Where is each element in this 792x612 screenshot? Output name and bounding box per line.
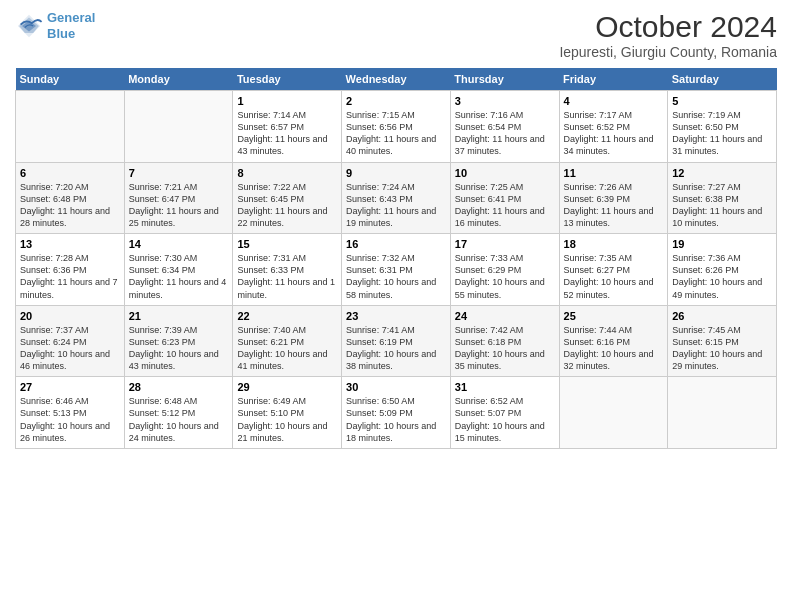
page: General Blue October 2024 Iepuresti, Giu… bbox=[0, 0, 792, 612]
day-info: Sunrise: 6:52 AMSunset: 5:07 PMDaylight:… bbox=[455, 395, 555, 444]
day-info: Sunrise: 7:15 AMSunset: 6:56 PMDaylight:… bbox=[346, 109, 446, 158]
week-row-1: 1Sunrise: 7:14 AMSunset: 6:57 PMDaylight… bbox=[16, 91, 777, 163]
day-number: 17 bbox=[455, 238, 555, 250]
calendar-cell: 8Sunrise: 7:22 AMSunset: 6:45 PMDaylight… bbox=[233, 162, 342, 234]
logo-icon bbox=[15, 12, 43, 40]
day-number: 29 bbox=[237, 381, 337, 393]
calendar-cell bbox=[124, 91, 233, 163]
calendar-cell: 20Sunrise: 7:37 AMSunset: 6:24 PMDayligh… bbox=[16, 305, 125, 377]
calendar-table: SundayMondayTuesdayWednesdayThursdayFrid… bbox=[15, 68, 777, 449]
day-info: Sunrise: 7:40 AMSunset: 6:21 PMDaylight:… bbox=[237, 324, 337, 373]
day-info: Sunrise: 6:46 AMSunset: 5:13 PMDaylight:… bbox=[20, 395, 120, 444]
day-number: 23 bbox=[346, 310, 446, 322]
day-info: Sunrise: 7:17 AMSunset: 6:52 PMDaylight:… bbox=[564, 109, 664, 158]
day-number: 21 bbox=[129, 310, 229, 322]
subtitle: Iepuresti, Giurgiu County, Romania bbox=[559, 44, 777, 60]
day-number: 8 bbox=[237, 167, 337, 179]
day-number: 3 bbox=[455, 95, 555, 107]
calendar-cell: 3Sunrise: 7:16 AMSunset: 6:54 PMDaylight… bbox=[450, 91, 559, 163]
calendar-cell: 14Sunrise: 7:30 AMSunset: 6:34 PMDayligh… bbox=[124, 234, 233, 306]
day-info: Sunrise: 7:24 AMSunset: 6:43 PMDaylight:… bbox=[346, 181, 446, 230]
calendar-cell: 16Sunrise: 7:32 AMSunset: 6:31 PMDayligh… bbox=[342, 234, 451, 306]
calendar-cell: 22Sunrise: 7:40 AMSunset: 6:21 PMDayligh… bbox=[233, 305, 342, 377]
calendar-cell: 18Sunrise: 7:35 AMSunset: 6:27 PMDayligh… bbox=[559, 234, 668, 306]
calendar-cell: 2Sunrise: 7:15 AMSunset: 6:56 PMDaylight… bbox=[342, 91, 451, 163]
day-number: 10 bbox=[455, 167, 555, 179]
calendar-cell: 28Sunrise: 6:48 AMSunset: 5:12 PMDayligh… bbox=[124, 377, 233, 449]
logo-text: General Blue bbox=[47, 10, 95, 41]
week-row-3: 13Sunrise: 7:28 AMSunset: 6:36 PMDayligh… bbox=[16, 234, 777, 306]
calendar-cell: 5Sunrise: 7:19 AMSunset: 6:50 PMDaylight… bbox=[668, 91, 777, 163]
day-info: Sunrise: 7:33 AMSunset: 6:29 PMDaylight:… bbox=[455, 252, 555, 301]
calendar-cell: 11Sunrise: 7:26 AMSunset: 6:39 PMDayligh… bbox=[559, 162, 668, 234]
calendar-cell: 10Sunrise: 7:25 AMSunset: 6:41 PMDayligh… bbox=[450, 162, 559, 234]
calendar-cell: 30Sunrise: 6:50 AMSunset: 5:09 PMDayligh… bbox=[342, 377, 451, 449]
day-number: 2 bbox=[346, 95, 446, 107]
header-row: SundayMondayTuesdayWednesdayThursdayFrid… bbox=[16, 68, 777, 91]
day-number: 27 bbox=[20, 381, 120, 393]
day-number: 26 bbox=[672, 310, 772, 322]
calendar-cell: 25Sunrise: 7:44 AMSunset: 6:16 PMDayligh… bbox=[559, 305, 668, 377]
day-number: 5 bbox=[672, 95, 772, 107]
calendar-cell bbox=[668, 377, 777, 449]
day-number: 16 bbox=[346, 238, 446, 250]
day-info: Sunrise: 7:42 AMSunset: 6:18 PMDaylight:… bbox=[455, 324, 555, 373]
calendar-cell: 1Sunrise: 7:14 AMSunset: 6:57 PMDaylight… bbox=[233, 91, 342, 163]
day-number: 24 bbox=[455, 310, 555, 322]
day-info: Sunrise: 7:19 AMSunset: 6:50 PMDaylight:… bbox=[672, 109, 772, 158]
day-info: Sunrise: 7:26 AMSunset: 6:39 PMDaylight:… bbox=[564, 181, 664, 230]
day-info: Sunrise: 7:21 AMSunset: 6:47 PMDaylight:… bbox=[129, 181, 229, 230]
logo-line1: General bbox=[47, 10, 95, 25]
day-info: Sunrise: 7:14 AMSunset: 6:57 PMDaylight:… bbox=[237, 109, 337, 158]
day-number: 12 bbox=[672, 167, 772, 179]
day-number: 15 bbox=[237, 238, 337, 250]
week-row-5: 27Sunrise: 6:46 AMSunset: 5:13 PMDayligh… bbox=[16, 377, 777, 449]
calendar-cell: 12Sunrise: 7:27 AMSunset: 6:38 PMDayligh… bbox=[668, 162, 777, 234]
day-info: Sunrise: 7:31 AMSunset: 6:33 PMDaylight:… bbox=[237, 252, 337, 301]
day-info: Sunrise: 7:35 AMSunset: 6:27 PMDaylight:… bbox=[564, 252, 664, 301]
day-info: Sunrise: 7:28 AMSunset: 6:36 PMDaylight:… bbox=[20, 252, 120, 301]
day-number: 7 bbox=[129, 167, 229, 179]
day-info: Sunrise: 7:36 AMSunset: 6:26 PMDaylight:… bbox=[672, 252, 772, 301]
day-info: Sunrise: 6:50 AMSunset: 5:09 PMDaylight:… bbox=[346, 395, 446, 444]
calendar-cell: 27Sunrise: 6:46 AMSunset: 5:13 PMDayligh… bbox=[16, 377, 125, 449]
day-info: Sunrise: 7:45 AMSunset: 6:15 PMDaylight:… bbox=[672, 324, 772, 373]
calendar-cell: 13Sunrise: 7:28 AMSunset: 6:36 PMDayligh… bbox=[16, 234, 125, 306]
day-number: 1 bbox=[237, 95, 337, 107]
logo: General Blue bbox=[15, 10, 95, 41]
calendar-cell: 29Sunrise: 6:49 AMSunset: 5:10 PMDayligh… bbox=[233, 377, 342, 449]
day-number: 30 bbox=[346, 381, 446, 393]
week-row-2: 6Sunrise: 7:20 AMSunset: 6:48 PMDaylight… bbox=[16, 162, 777, 234]
calendar-cell: 17Sunrise: 7:33 AMSunset: 6:29 PMDayligh… bbox=[450, 234, 559, 306]
day-info: Sunrise: 6:49 AMSunset: 5:10 PMDaylight:… bbox=[237, 395, 337, 444]
week-row-4: 20Sunrise: 7:37 AMSunset: 6:24 PMDayligh… bbox=[16, 305, 777, 377]
title-section: October 2024 Iepuresti, Giurgiu County, … bbox=[559, 10, 777, 60]
calendar-cell bbox=[559, 377, 668, 449]
calendar-cell: 24Sunrise: 7:42 AMSunset: 6:18 PMDayligh… bbox=[450, 305, 559, 377]
col-header-friday: Friday bbox=[559, 68, 668, 91]
day-info: Sunrise: 7:27 AMSunset: 6:38 PMDaylight:… bbox=[672, 181, 772, 230]
day-number: 13 bbox=[20, 238, 120, 250]
col-header-wednesday: Wednesday bbox=[342, 68, 451, 91]
day-number: 9 bbox=[346, 167, 446, 179]
calendar-cell: 6Sunrise: 7:20 AMSunset: 6:48 PMDaylight… bbox=[16, 162, 125, 234]
calendar-cell: 31Sunrise: 6:52 AMSunset: 5:07 PMDayligh… bbox=[450, 377, 559, 449]
col-header-monday: Monday bbox=[124, 68, 233, 91]
col-header-saturday: Saturday bbox=[668, 68, 777, 91]
day-info: Sunrise: 7:20 AMSunset: 6:48 PMDaylight:… bbox=[20, 181, 120, 230]
calendar-cell: 23Sunrise: 7:41 AMSunset: 6:19 PMDayligh… bbox=[342, 305, 451, 377]
calendar-cell: 7Sunrise: 7:21 AMSunset: 6:47 PMDaylight… bbox=[124, 162, 233, 234]
col-header-tuesday: Tuesday bbox=[233, 68, 342, 91]
calendar-cell: 4Sunrise: 7:17 AMSunset: 6:52 PMDaylight… bbox=[559, 91, 668, 163]
day-info: Sunrise: 6:48 AMSunset: 5:12 PMDaylight:… bbox=[129, 395, 229, 444]
day-number: 6 bbox=[20, 167, 120, 179]
day-number: 25 bbox=[564, 310, 664, 322]
col-header-thursday: Thursday bbox=[450, 68, 559, 91]
calendar-cell: 15Sunrise: 7:31 AMSunset: 6:33 PMDayligh… bbox=[233, 234, 342, 306]
logo-line2: Blue bbox=[47, 26, 75, 41]
day-info: Sunrise: 7:32 AMSunset: 6:31 PMDaylight:… bbox=[346, 252, 446, 301]
day-number: 22 bbox=[237, 310, 337, 322]
calendar-cell: 9Sunrise: 7:24 AMSunset: 6:43 PMDaylight… bbox=[342, 162, 451, 234]
day-number: 14 bbox=[129, 238, 229, 250]
day-info: Sunrise: 7:39 AMSunset: 6:23 PMDaylight:… bbox=[129, 324, 229, 373]
